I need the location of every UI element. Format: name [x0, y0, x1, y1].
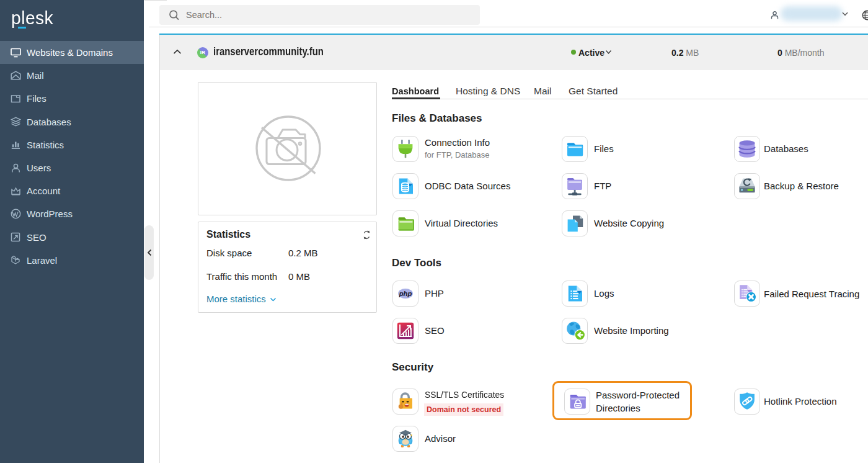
svg-text:php: php	[399, 290, 412, 297]
